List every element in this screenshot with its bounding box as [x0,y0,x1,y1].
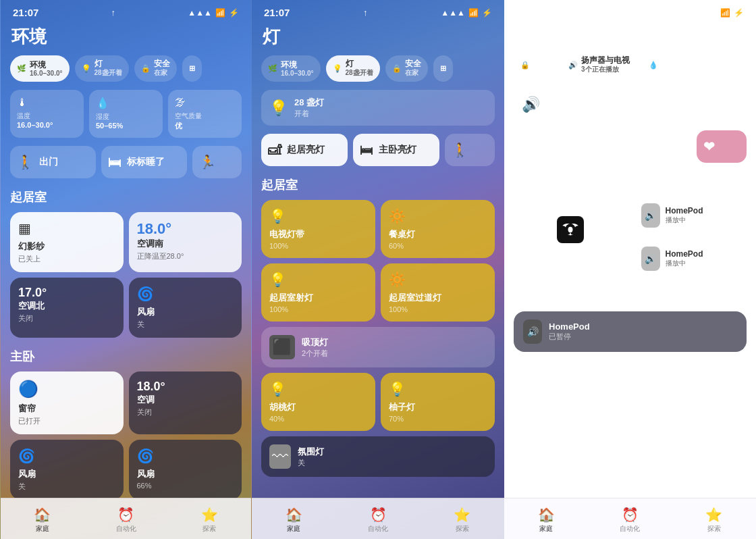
tab-security-1[interactable]: 🔒 安全 在家 [134,55,177,82]
bottom-nav-2: 🏠 家庭 ⏰ 自动化 ⭐ 探索 [252,498,504,539]
light-grid-living: 💡 电视灯带 100% 🔆 餐桌灯 60% 💡 起居室射灯 100% 🔆 起居室… [261,200,495,477]
device-ac-bedroom[interactable]: 18.0° 空调 关闭 [129,371,242,434]
tab-environment-1[interactable]: 🌿 环境 16.0–30.0° [10,55,70,82]
tab-security-3[interactable]: 🔒 安全 在家 [514,52,556,78]
light-ambient[interactable]: 〰 氛围灯 关 [261,436,495,477]
tab-water-icon-3: 💧 [649,61,658,70]
walk-icon: 🚶 [17,154,34,170]
device-grid-living-1: ▦ 幻影纱 已关上 18.0° 空调南 正降温至28.0° 17.0° 空调北 … [10,212,242,338]
scene-bedroom-label: 主卧亮灯 [379,144,416,156]
nav-home-label-3: 家庭 [539,524,553,534]
panel-speakers: 21:07 ↑ ▲▲▲ 📶 ⚡ 扬声器与电视 🔒 安全 在家 🔊 扬声器与电视 … [504,0,756,539]
scene-run[interactable]: 🏃 [192,146,242,178]
device-ac-north[interactable]: 17.0° 空调北 关闭 [10,278,124,338]
nav-explore-1[interactable]: ⭐ 探索 [167,504,251,536]
scene-bedroom-light[interactable]: 🛏 主卧亮灯 [353,134,439,166]
ceiling-icon: ⬛ [269,335,295,359]
nav-explore-3[interactable]: ⭐ 探索 [672,504,756,536]
tab-environment-2[interactable]: 🌿 环境 16.0–30.0° [261,55,321,82]
nav-home-label-1: 家庭 [36,524,49,534]
battery-icon-1: ⚡ [229,8,239,18]
device-curtain[interactable]: 🔵 窗帘 已打开 [10,371,124,434]
tab-water-3[interactable]: 💧 水 全部关着 [642,52,695,78]
stat-temp[interactable]: 🌡 温度 16.0–30.0° [10,90,84,138]
light-hallway[interactable]: 🔆 起居室过道灯 100% [381,263,495,322]
scene-sleep[interactable]: 🛏 标标睡了 [101,146,187,178]
device-homepod-2[interactable]: 🔊 HomePod 播放中 [633,240,747,278]
nav-automation-label-1: 自动化 [116,524,136,534]
speaker-summary-text: 3个扬声器 播放中 [547,93,587,116]
tab-speakers-3[interactable]: 🔊 扬声器与电视 3个正在播放 [562,52,637,78]
light-dining[interactable]: 🔆 餐桌灯 60% [381,200,495,258]
time-3: 21:07 [516,7,542,18]
nav-home-1[interactable]: 🏠 家庭 [1,504,84,536]
status-bar-2: 21:07 ↑ ▲▲▲ 📶 ⚡ [252,0,504,22]
section-bedroom-3: 主卧 [514,288,747,305]
nav-automation-2[interactable]: ⏰ 自动化 [336,504,421,536]
ac-south-temp: 18.0° [137,220,234,238]
page-title-3: 扬声器与电视 [504,22,756,52]
tv-strip-icon: 💡 [269,208,367,224]
signal-icon-2: ▲▲▲ [441,8,465,18]
automation-icon-1: ⏰ [117,507,134,523]
light-summary[interactable]: 💡 28 盏灯 开着 [261,90,495,126]
scene-living-light[interactable]: 🛋 起居亮灯 [261,134,348,166]
tab-lights-1[interactable]: 💡 灯 28盏开着 [75,55,129,82]
device-fan2-bedroom[interactable]: 🌀 风扇 66% [129,440,242,498]
stat-air[interactable]: 🌫 空气质量 优 [168,90,242,138]
curtain-icon: 🔵 [18,380,115,399]
scene-sleep-3[interactable]: 🛏 标标睡了 [605,130,692,163]
device-ac-south[interactable]: 18.0° 空调南 正降温至28.0° [129,212,242,272]
bottom-nav-3: 🏠 家庭 ⏰ 自动化 ⭐ 探索 [504,498,756,539]
tab-lights-2[interactable]: 💡 灯 28盏开着 [326,55,380,82]
nav-explore-2[interactable]: ⭐ 探索 [420,504,504,536]
device-appletv[interactable]: Apple TV 4K 播放中 [514,197,628,278]
dining-icon: 🔆 [389,208,487,224]
light-tv-strip[interactable]: 💡 电视灯带 100% [261,200,375,258]
device-blind[interactable]: ▦ 幻影纱 已关上 [10,212,124,272]
light-spot[interactable]: 💡 起居室射灯 100% [261,263,375,322]
stats-row-1: 🌡 温度 16.0–30.0° 💧 湿度 50–65% 🌫 空气质量 优 [10,90,242,138]
device-homepod-bedroom[interactable]: 🔊 HomePod 已暂停 [514,311,747,352]
scene-heart[interactable]: ❤ [697,130,747,163]
nav-automation-3[interactable]: ⏰ 自动化 [588,504,672,536]
ac-north-temp: 17.0° [18,286,115,300]
tab-security-icon-3: 🔒 [520,61,530,70]
ambient-text: 氛围灯 关 [298,446,324,468]
light-yuzu[interactable]: 💡 柚子灯 70% [381,373,495,431]
device-fan-bedroom[interactable]: 🌀 风扇 关 [10,440,124,498]
scene-run-2[interactable]: 🚶 [445,134,495,166]
scene-outing[interactable]: 🚶 出门 [10,146,96,178]
scene-pause-audio[interactable]: ⏸ 暂停音频 [514,130,600,163]
hallway-icon: 🔆 [389,272,487,288]
device-homepod-1[interactable]: 🔊 HomePod 播放中 [633,197,747,234]
speaker-summary[interactable]: 🔊 3个扬声器 播放中 [514,86,747,122]
light-ceiling[interactable]: ⬛ 吸顶灯 2个开着 [261,327,495,367]
bedroom-av-grid: 🔊 HomePod 已暂停 [514,311,747,352]
nav-explore-label-2: 探索 [456,524,469,534]
tab-more-1[interactable]: ⊞ [182,55,202,82]
nav-automation-1[interactable]: ⏰ 自动化 [84,504,168,536]
light-summary-text: 28 盏灯 开着 [294,97,324,119]
tab-env-icon-2: 🌿 [268,64,277,73]
homepod-bedroom-text: HomePod 已暂停 [549,322,590,342]
tab-more-2[interactable]: ⊞ [433,55,453,82]
nav-automation-label-2: 自动化 [368,524,388,534]
device-fan-living[interactable]: 🌀 风扇 关 [129,278,242,338]
status-icons-3: ▲▲▲ 📶 ⚡ [693,8,744,18]
device-grid-bedroom-1: 🔵 窗帘 已打开 18.0° 空调 关闭 🌀 风扇 关 🌀 风扇 66% [10,371,242,498]
time-1: 21:07 [13,7,38,18]
nav-home-3[interactable]: 🏠 家庭 [504,504,588,536]
bottom-nav-1: 🏠 家庭 ⏰ 自动化 ⭐ 探索 [1,498,251,539]
ceiling-text: 吸顶灯 2个开着 [302,336,328,359]
scene-row-3: ⏸ 暂停音频 🛏 标标睡了 ❤ [514,130,747,163]
tab-security-2[interactable]: 🔒 安全 在家 [385,55,428,82]
sleep-icon-3: 🛏 [612,139,626,155]
light-walnut[interactable]: 💡 胡桃灯 40% [261,373,375,431]
homepod-2-text: HomePod 播放中 [666,249,703,268]
page-title-1: 环境 [1,22,251,55]
speaker-summary-icon: 🔊 [522,96,540,113]
nav-home-2[interactable]: 🏠 家庭 [252,504,336,536]
stat-humidity[interactable]: 💧 湿度 50–65% [89,90,163,138]
status-icons-2: ▲▲▲ 📶 ⚡ [441,8,492,18]
